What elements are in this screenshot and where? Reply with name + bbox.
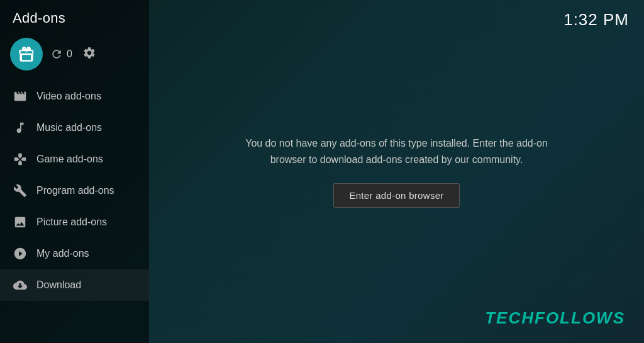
settings-button[interactable]: [82, 46, 96, 63]
refresh-count: 0: [67, 48, 72, 60]
music-icon: [13, 120, 28, 135]
clock-display: 1:32 PM: [564, 10, 629, 30]
download-icon: [13, 278, 28, 293]
empty-state-message: You do not have any add-ons of this type…: [233, 135, 560, 167]
sidebar-item-picture[interactable]: Picture add-ons: [0, 206, 149, 238]
video-icon: [13, 89, 28, 104]
video-addons-label: Video add-ons: [36, 91, 101, 102]
sidebar-item-program[interactable]: Program add-ons: [0, 175, 149, 206]
sidebar-item-download[interactable]: Download: [0, 269, 149, 301]
sidebar-item-myaddon[interactable]: My add-ons: [0, 238, 149, 269]
myaddon-icon: [13, 246, 28, 261]
sidebar-item-game[interactable]: Game add-ons: [0, 143, 149, 175]
sidebar-item-video[interactable]: Video add-ons: [0, 81, 149, 112]
music-addons-label: Music add-ons: [36, 122, 102, 133]
refresh-button[interactable]: 0: [50, 48, 72, 60]
main-content: 1:32 PM You do not have any add-ons of t…: [149, 0, 644, 343]
picture-addons-label: Picture add-ons: [36, 216, 107, 228]
sidebar-item-music[interactable]: Music add-ons: [0, 112, 149, 143]
addon-browser-icon-button[interactable]: [10, 38, 43, 70]
gear-icon: [82, 46, 96, 60]
game-icon: [13, 152, 28, 167]
refresh-icon: [50, 48, 63, 60]
sidebar-title: Add-ons: [13, 10, 65, 26]
box-icon: [18, 45, 35, 63]
watermark-text: TECHFOLLOWS: [485, 308, 625, 328]
program-addons-label: Program add-ons: [36, 185, 114, 196]
program-icon: [13, 183, 28, 198]
app-container: Add-ons 0: [0, 0, 644, 343]
enter-addon-browser-button[interactable]: Enter add-on browser: [333, 183, 459, 208]
sidebar-header: Add-ons: [0, 0, 149, 31]
sidebar-nav: Video add-ons Music add-ons Game add-ons…: [0, 81, 149, 343]
picture-icon: [13, 215, 28, 230]
sidebar-icons-row: 0: [0, 31, 149, 81]
sidebar: Add-ons 0: [0, 0, 149, 343]
game-addons-label: Game add-ons: [36, 154, 103, 165]
download-label: Download: [36, 279, 81, 291]
myaddon-label: My add-ons: [36, 248, 89, 259]
